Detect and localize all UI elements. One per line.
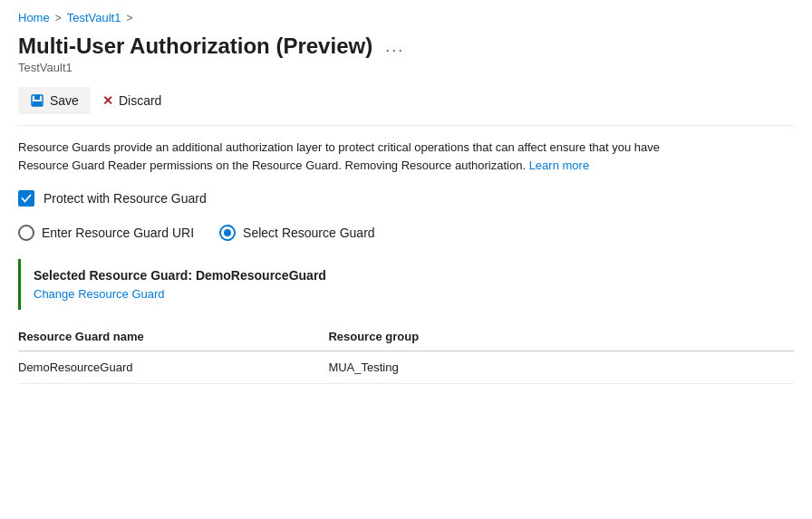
description-text: Resource Guards provide an additional au… [18, 139, 671, 174]
table-col-group: Resource group [328, 322, 794, 351]
svg-rect-1 [34, 95, 40, 100]
radio-enter-uri[interactable]: Enter Resource Guard URI [18, 225, 194, 241]
table-row: DemoResourceGuard MUA_Testing [18, 351, 794, 384]
breadcrumb-sep-1: > [55, 12, 62, 24]
radio-label-select-guard: Select Resource Guard [243, 226, 375, 240]
breadcrumb: Home > TestVault1 > [18, 11, 794, 24]
page-subtitle: TestVault1 [18, 61, 794, 74]
discard-label: Discard [119, 93, 161, 108]
radio-circle-select-guard [219, 225, 236, 241]
radio-circle-enter-uri [18, 225, 34, 241]
table-header-row: Resource Guard name Resource group [18, 322, 794, 351]
save-icon [30, 93, 44, 108]
table-cell-group: MUA_Testing [328, 351, 794, 384]
save-button[interactable]: Save [18, 87, 91, 114]
table-cell-name: DemoResourceGuard [18, 351, 328, 384]
save-label: Save [50, 93, 79, 108]
protect-checkbox-label: Protect with Resource Guard [44, 191, 207, 206]
discard-icon: ✕ [102, 93, 113, 108]
selected-guard-prefix: Selected Resource Guard: [34, 268, 192, 283]
selected-guard-box: Selected Resource Guard: DemoResourceGua… [18, 259, 794, 310]
page-title: Multi-User Authorization (Preview) [18, 34, 372, 59]
toolbar: Save ✕ Discard [18, 87, 794, 126]
learn-more-link[interactable]: Learn more [529, 159, 589, 172]
protect-checkbox[interactable] [18, 190, 34, 207]
breadcrumb-home[interactable]: Home [18, 11, 50, 24]
selected-guard-title: Selected Resource Guard: DemoResourceGua… [34, 268, 781, 283]
discard-button[interactable]: ✕ Discard [91, 87, 173, 114]
protect-checkbox-row: Protect with Resource Guard [18, 190, 794, 207]
selected-guard-name-val: DemoResourceGuard [196, 268, 326, 283]
radio-group: Enter Resource Guard URI Select Resource… [18, 225, 794, 241]
svg-rect-2 [33, 101, 42, 106]
breadcrumb-sep-2: > [126, 12, 132, 24]
change-resource-guard-link[interactable]: Change Resource Guard [34, 287, 165, 301]
ellipsis-menu-button[interactable]: ... [382, 37, 408, 56]
radio-label-enter-uri: Enter Resource Guard URI [42, 226, 194, 240]
table-col-name: Resource Guard name [18, 322, 328, 351]
resource-table: Resource Guard name Resource group DemoR… [18, 322, 794, 384]
radio-select-guard[interactable]: Select Resource Guard [219, 225, 375, 241]
breadcrumb-testvault1[interactable]: TestVault1 [67, 11, 121, 24]
page-title-row: Multi-User Authorization (Preview) ... [18, 34, 794, 59]
